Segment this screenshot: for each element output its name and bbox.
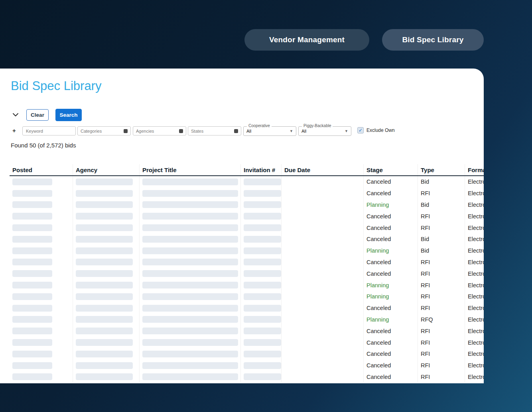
table-row[interactable]: CanceledRFIElectronic [10, 257, 484, 268]
cell-due-date [282, 325, 364, 337]
cell-due-date [282, 210, 364, 222]
redacted-placeholder-bar [76, 282, 133, 288]
redacted-placeholder-bar [244, 224, 281, 231]
column-header-due-date[interactable]: Due Date [282, 164, 364, 175]
exclude-own-label: Exclude Own [366, 128, 395, 133]
plus-icon[interactable]: + [12, 127, 16, 134]
nav-tab-bid-spec-library[interactable]: Bid Spec Library [382, 29, 484, 51]
cell-invitation [241, 199, 282, 211]
table-row[interactable]: CanceledBidElectronic [10, 176, 484, 188]
redacted-placeholder-bar [12, 190, 52, 197]
cell-invitation [241, 325, 282, 337]
cell-project-title [140, 268, 241, 279]
cell-due-date [282, 360, 364, 371]
column-header-posted[interactable]: Posted [10, 164, 73, 175]
cell-stage: Planning [364, 279, 418, 291]
redacted-placeholder-bar [142, 236, 238, 243]
cell-invitation [241, 360, 282, 371]
checkbox-checked-icon[interactable]: ✓ [357, 127, 364, 133]
cell-agency [73, 291, 140, 302]
table-row[interactable]: CanceledRFIElectronic [10, 360, 484, 371]
table-row[interactable]: CanceledRFIElectronic [10, 325, 484, 337]
redacted-placeholder-bar [244, 351, 281, 357]
cell-due-date [282, 199, 364, 211]
cell-invitation [241, 337, 282, 348]
cell-posted [10, 302, 73, 314]
table-body: CanceledBidElectronicCanceledRFIElectron… [10, 176, 484, 383]
cell-format: Electronic [465, 279, 484, 291]
cell-type: RFI [418, 348, 465, 360]
cell-due-date [282, 257, 364, 268]
cell-agency [73, 348, 140, 360]
cell-due-date [282, 291, 364, 302]
table-row[interactable]: PlanningRFIElectronic [10, 279, 484, 291]
cell-stage: Canceled [364, 360, 418, 371]
search-button[interactable]: Search [55, 109, 82, 121]
cell-type: RFI [418, 291, 465, 302]
redacted-placeholder-bar [244, 282, 281, 288]
cell-project-title [140, 257, 241, 268]
cell-agency [73, 245, 140, 257]
cell-stage: Canceled [364, 222, 418, 233]
table-row[interactable]: CanceledRFIElectronic [10, 302, 484, 314]
column-header-type[interactable]: Type [418, 164, 465, 175]
agencies-select[interactable]: Agencies [133, 126, 186, 135]
column-header-agency[interactable]: Agency [73, 164, 140, 175]
table-row[interactable]: CanceledRFIElectronic [10, 222, 484, 233]
table-row[interactable]: CanceledRFIElectronic [10, 210, 484, 222]
results-summary: Found 50 (of 2,572) bids [11, 142, 76, 149]
cell-due-date [282, 268, 364, 279]
categories-select[interactable]: Categories [77, 126, 131, 135]
table-row[interactable]: PlanningBidElectronic [10, 245, 484, 257]
cell-due-date [282, 348, 364, 360]
table-row[interactable]: CanceledRFIElectronic [10, 371, 484, 383]
cell-stage: Canceled [364, 176, 418, 188]
cell-type: RFI [418, 188, 465, 199]
column-header-stage[interactable]: Stage [364, 164, 418, 175]
agencies-select-label: Agencies [136, 129, 154, 133]
cell-stage: Canceled [364, 257, 418, 268]
piggy-backable-select[interactable]: Piggy-Backable All ▼ [298, 126, 351, 136]
column-header-project-title[interactable]: Project Title [140, 164, 241, 175]
cell-due-date [282, 279, 364, 291]
redacted-placeholder-bar [12, 373, 52, 380]
cooperative-select[interactable]: Cooperative All ▼ [243, 126, 296, 136]
cell-type: RFI [418, 302, 465, 314]
table-row[interactable]: PlanningRFIElectronic [10, 291, 484, 302]
table-row[interactable]: CanceledBidElectronic [10, 233, 484, 245]
cell-agency [73, 188, 140, 199]
redacted-placeholder-bar [76, 179, 133, 185]
table-row[interactable]: CanceledRFIElectronic [10, 348, 484, 360]
cell-posted [10, 188, 73, 199]
cell-due-date [282, 222, 364, 233]
table-row[interactable]: PlanningRFQElectronic [10, 314, 484, 326]
table-row[interactable]: CanceledRFIElectronic [10, 188, 484, 199]
piggy-backable-select-value: All [301, 129, 306, 133]
cell-type: RFI [418, 222, 465, 233]
table-row[interactable]: CanceledRFIElectronic [10, 268, 484, 279]
cell-stage: Canceled [364, 233, 418, 245]
chevron-down-icon[interactable] [12, 112, 20, 117]
redacted-placeholder-bar [76, 339, 133, 346]
exclude-own-checkbox[interactable]: ✓ Exclude Own [357, 127, 395, 133]
redacted-placeholder-bar [244, 190, 281, 197]
cell-invitation [241, 268, 282, 279]
redacted-placeholder-bar [142, 293, 238, 300]
table-row[interactable]: CanceledRFIElectronic [10, 337, 484, 348]
column-header-format[interactable]: Format [465, 164, 484, 175]
cell-invitation [241, 314, 282, 326]
table-row[interactable]: PlanningBidElectronic [10, 199, 484, 211]
redacted-placeholder-bar [76, 259, 133, 265]
cell-project-title [140, 222, 241, 233]
clear-button[interactable]: Clear [26, 109, 49, 121]
nav-tab-vendor-management[interactable]: Vendor Management [244, 29, 369, 51]
redacted-placeholder-bar [76, 316, 133, 323]
cell-project-title [140, 188, 241, 199]
cell-agency [73, 233, 140, 245]
cell-format: Electronic [465, 360, 484, 371]
column-header-invitation[interactable]: Invitation # [241, 164, 282, 175]
cell-project-title [140, 245, 241, 257]
states-select[interactable]: States [188, 126, 241, 135]
keyword-input[interactable] [22, 126, 76, 135]
redacted-placeholder-bar [76, 224, 133, 231]
